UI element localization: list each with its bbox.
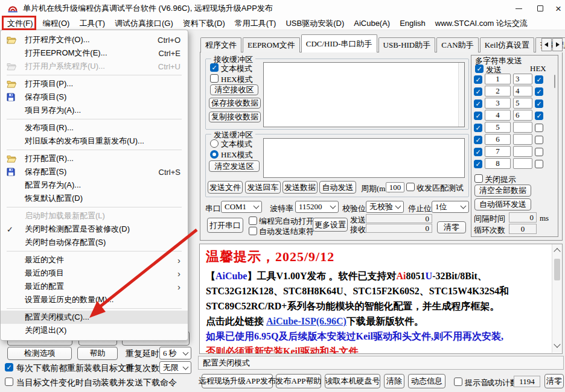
send-data-button[interactable]: 发送数据 xyxy=(282,181,318,194)
multi-row-index-field[interactable] xyxy=(485,122,511,133)
multi-row-checkbox[interactable] xyxy=(474,148,482,156)
menu-item-auto-save-config-on-close[interactable]: 关闭时自动保存配置(S) xyxy=(1,236,188,249)
dynamic-info-button[interactable]: 动态信息 xyxy=(408,374,445,388)
interval-field[interactable]: 0 xyxy=(509,212,537,223)
menu-debug-interface[interactable]: 调试仿真接口(G) xyxy=(110,17,178,30)
multi-row-hex-checkbox[interactable] xyxy=(535,100,543,108)
multi-row-checkbox[interactable] xyxy=(474,112,482,120)
menu-item-publish-project[interactable]: 发布项目(R)... xyxy=(1,121,188,134)
multi-row-value-field[interactable] xyxy=(513,146,532,157)
reset-count-button[interactable]: 清零 xyxy=(544,374,564,388)
open-port-button[interactable]: 打开串口 xyxy=(207,218,243,233)
send-file-button[interactable]: 发送文件 xyxy=(208,181,243,194)
multi-send-all-checkbox[interactable] xyxy=(475,65,484,73)
minimize-button[interactable] xyxy=(509,0,528,17)
multi-row-value-field[interactable] xyxy=(513,158,532,169)
multi-row-checkbox[interactable] xyxy=(474,100,482,108)
scroll-down-icon[interactable] xyxy=(554,341,560,347)
menu-item-set-recent-history-count[interactable]: 设置最近历史的数量(M)... xyxy=(1,293,188,306)
parity-select[interactable]: 无校验 xyxy=(366,201,404,213)
reload-before-download-checkbox[interactable] xyxy=(5,363,13,371)
more-settings-button[interactable]: 更多设置 xyxy=(313,218,348,232)
detect-options-button[interactable]: 检测选项 xyxy=(7,347,72,360)
menu-aicube[interactable]: AiCube(A) xyxy=(349,17,395,29)
multi-row-index-field[interactable] xyxy=(485,86,511,96)
menu-item-detect-config-modified-on-close[interactable]: ✓ 关闭时检测配置是否被修改(D) xyxy=(1,223,188,236)
multi-row-hex-checkbox[interactable] xyxy=(535,87,543,96)
menu-item-open-config[interactable]: 打开配置(R)... xyxy=(1,152,188,165)
multi-row-index-field[interactable] xyxy=(485,134,511,145)
menu-item-save-config-as[interactable]: 配置另存为(A)... xyxy=(1,179,188,192)
close-button[interactable]: × xyxy=(549,0,565,17)
baud-select[interactable]: 115200 xyxy=(295,201,339,213)
scroll-up-icon[interactable] xyxy=(554,248,560,254)
menu-item-recent-files[interactable]: 最近的文件 › xyxy=(1,253,188,267)
receive-buffer-textarea[interactable] xyxy=(263,62,465,127)
port-select[interactable]: COM1 xyxy=(221,201,262,213)
send-text-mode-radio[interactable] xyxy=(210,139,219,148)
auto-loop-send-button[interactable]: 自动循环发送 xyxy=(474,198,531,210)
multi-row-index-field[interactable] xyxy=(485,74,511,84)
multi-row-index-field[interactable] xyxy=(485,110,511,121)
receive-text-mode-checkbox[interactable] xyxy=(210,63,219,72)
menu-tools[interactable]: 工具(T) xyxy=(74,17,110,30)
tab-scroll-right-button[interactable] xyxy=(552,38,563,51)
stopbit-select[interactable]: 1位 xyxy=(432,201,469,213)
clear-button[interactable]: 清除 xyxy=(384,374,404,388)
menu-item-open-eeprom-file[interactable]: 打开EEPROM文件(E)... Ctrl+E xyxy=(1,46,188,60)
clear-receive-button[interactable]: 清空接收区 xyxy=(210,84,258,95)
multi-row-hex-checkbox[interactable] xyxy=(535,136,543,144)
send-hex-mode-radio[interactable] xyxy=(210,150,219,159)
clear-send-button[interactable]: 清空发送区 xyxy=(209,160,260,172)
auto-send-terminator-checkbox[interactable] xyxy=(249,227,257,235)
autoload-on-change-checkbox[interactable] xyxy=(5,378,13,386)
menu-stcai-forum[interactable]: www.STCAI.com 论坛交流 xyxy=(430,17,532,30)
multi-row-checkbox[interactable] xyxy=(474,75,482,84)
menu-item-open-project[interactable]: 打开项目(P)... xyxy=(1,77,188,90)
menu-english[interactable]: English xyxy=(395,17,430,29)
menu-usb-driver[interactable]: USB驱动安装(D) xyxy=(281,17,349,30)
multi-row-checkbox[interactable] xyxy=(474,160,482,168)
scrollbar-thumb[interactable] xyxy=(554,259,560,280)
help-button[interactable]: 帮助 xyxy=(77,347,118,360)
clear-all-data-button[interactable]: 清空全部数据 xyxy=(474,185,531,197)
multi-row-index-field[interactable] xyxy=(485,98,511,109)
menu-item-recent-configs[interactable]: 最近的配置 › xyxy=(1,280,188,293)
multi-row-value-field[interactable] xyxy=(513,122,532,133)
tab-scroll-left-button[interactable] xyxy=(541,38,552,51)
send-buffer-textarea[interactable] xyxy=(263,138,465,178)
menu-item-close-exit[interactable]: 关闭退出(X) xyxy=(1,324,188,337)
loop-count-field[interactable]: 0 xyxy=(509,224,537,234)
tab-cdc-hid-serial-helper[interactable]: CDC/HID-串口助手 xyxy=(301,34,377,52)
repeat-delay-select[interactable]: 6 秒 xyxy=(159,347,191,359)
multi-row-checkbox[interactable] xyxy=(474,87,482,96)
multi-row-value-field[interactable] xyxy=(513,110,532,121)
multi-row-checkbox[interactable] xyxy=(474,124,482,132)
multi-row-value-field[interactable] xyxy=(513,86,532,96)
aicube-isp-download-link[interactable]: AiCube-ISP(6.96C) xyxy=(266,316,346,326)
menu-item-config-close-mode[interactable]: 配置关闭模式(C)... xyxy=(1,311,188,324)
multi-row-index-field[interactable] xyxy=(485,146,511,157)
multi-row-value-field[interactable] xyxy=(513,134,532,145)
multi-row-value-field[interactable] xyxy=(513,74,532,84)
clear-count-button[interactable]: 清零 xyxy=(437,221,466,233)
auto-open-after-program-checkbox[interactable] xyxy=(249,217,257,225)
match-test-checkbox[interactable] xyxy=(406,183,415,191)
period-input[interactable] xyxy=(386,182,404,192)
message-scrollbar[interactable] xyxy=(552,244,562,353)
multi-row-hex-checkbox[interactable] xyxy=(535,148,543,156)
multi-row-hex-checkbox[interactable] xyxy=(535,75,543,84)
menu-item-save-project-as[interactable]: 项目另存为(A)... xyxy=(1,104,188,117)
multi-row-index-field[interactable] xyxy=(485,158,511,169)
menu-item-republish-old-project[interactable]: 对旧版本的发布项目重新发布(U)... xyxy=(1,134,188,148)
menu-item-open-program-file[interactable]: 打开程序文件(O)... Ctrl+O xyxy=(1,33,188,46)
multi-row-hex-checkbox[interactable] xyxy=(535,160,543,168)
multi-scrollbar[interactable] xyxy=(554,75,555,88)
tab-usb-hid-helper[interactable]: USB-HID助手 xyxy=(378,37,436,52)
tab-can-helper[interactable]: CAN助手 xyxy=(436,37,478,52)
receive-hex-mode-checkbox[interactable] xyxy=(210,74,219,83)
tab-keil-sim-settings[interactable]: Keil仿真设置 xyxy=(480,37,534,52)
save-receive-button[interactable]: 保存接收数据 xyxy=(209,98,261,109)
multi-row-value-field[interactable] xyxy=(513,98,532,109)
publish-app-help-button[interactable]: 发布APP帮助 xyxy=(276,374,321,388)
